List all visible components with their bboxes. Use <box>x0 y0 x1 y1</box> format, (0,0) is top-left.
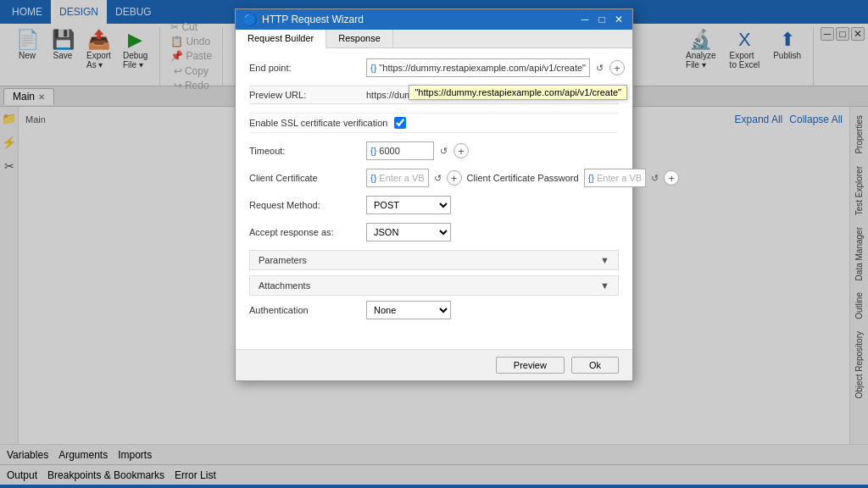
http-request-wizard-dialog: 🔵 HTTP Request Wizard ─ □ ✕ Request Buil… <box>235 8 633 381</box>
dialog-body: End point: {} "https://dummy.restapiexam… <box>236 48 632 349</box>
client-cert-label: Client Certificate <box>249 173 359 183</box>
preview-url-row: Preview URL: https://dummy.restapiexampl… <box>249 86 619 104</box>
dialog-footer: Preview Ok <box>236 349 632 380</box>
client-cert-password-icon: {} <box>588 173 594 183</box>
dialog-tabs: Request Builder Response <box>236 30 632 48</box>
client-cert-icon: {} <box>370 173 376 183</box>
endpoint-row: End point: {} "https://dummy.restapiexam… <box>249 58 619 77</box>
timeout-field: {} 6000 ↺ + <box>366 141 619 160</box>
timeout-row: Timeout: {} 6000 ↺ + <box>249 141 619 160</box>
request-method-select[interactable]: GET POST PUT DELETE PATCH <box>366 196 451 214</box>
attachments-section[interactable]: Attachments ▼ <box>249 275 619 296</box>
client-cert-password-field: {} Enter a VB ↺ + <box>584 169 680 187</box>
timeout-icon: {} <box>370 146 376 156</box>
client-cert-plus-button[interactable]: + <box>447 170 462 186</box>
timeout-refresh-button[interactable]: ↺ <box>437 145 450 158</box>
timeout-plus-button[interactable]: + <box>453 143 469 158</box>
preview-url-label: Preview URL: <box>249 90 359 100</box>
endpoint-label: End point: <box>249 63 359 73</box>
client-cert-password-input: {} Enter a VB <box>584 169 647 187</box>
client-cert-field: {} Enter a VB ↺ + <box>366 169 462 187</box>
authentication-select[interactable]: None Basic Bearer Token <box>366 301 451 319</box>
client-cert-row: Client Certificate {} Enter a VB ↺ + Cli… <box>249 169 619 187</box>
accept-response-select[interactable]: JSON XML Plain Text <box>366 223 451 241</box>
accept-response-label: Accept response as: <box>249 227 359 237</box>
dialog-title-text: HTTP Request Wizard <box>262 14 573 25</box>
dialog-tab-request-builder[interactable]: Request Builder <box>236 30 326 48</box>
parameters-arrow-icon: ▼ <box>600 255 609 265</box>
endpoint-value[interactable]: "https://dummy.restapiexample.com/api/v1… <box>379 63 586 73</box>
accept-response-row: Accept response as: JSON XML Plain Text <box>249 223 619 241</box>
timeout-value[interactable]: 6000 <box>379 146 430 156</box>
timeout-label: Timeout: <box>249 146 359 156</box>
client-cert-dual-field: {} Enter a VB ↺ + Client Certificate Pas… <box>366 169 619 187</box>
client-cert-refresh-button[interactable]: ↺ <box>431 172 444 185</box>
client-cert-password-plus-button[interactable]: + <box>664 170 679 186</box>
timeout-input-wrapper: {} 6000 <box>366 141 434 160</box>
authentication-row: Authentication None Basic Bearer Token <box>249 301 619 319</box>
client-cert-password-refresh-button[interactable]: ↺ <box>648 172 661 185</box>
endpoint-icon: {} <box>370 63 376 73</box>
ssl-checkbox[interactable] <box>394 117 406 129</box>
ssl-row: Enable SSL certificate verification <box>249 113 619 133</box>
modal-overlay: 🔵 HTTP Request Wizard ─ □ ✕ Request Buil… <box>0 0 868 488</box>
dialog-title-bar: 🔵 HTTP Request Wizard ─ □ ✕ <box>236 9 632 30</box>
endpoint-refresh-button[interactable]: ↺ <box>593 62 606 75</box>
endpoint-field: {} "https://dummy.restapiexample.com/api… <box>366 58 625 77</box>
endpoint-plus-button[interactable]: + <box>609 60 625 75</box>
dialog-minimize-button[interactable]: ─ <box>578 13 592 26</box>
attachments-label: Attachments <box>259 280 600 291</box>
dialog-restore-button[interactable]: □ <box>595 13 609 26</box>
dialog-title-icon: 🔵 <box>242 13 257 26</box>
request-method-row: Request Method: GET POST PUT DELETE PATC… <box>249 196 619 214</box>
parameters-label: Parameters <box>259 255 600 265</box>
client-cert-input: {} Enter a VB <box>366 169 429 187</box>
request-method-label: Request Method: <box>249 200 359 210</box>
ssl-label: Enable SSL certificate verification <box>249 118 387 128</box>
dialog-close-button[interactable]: ✕ <box>612 13 626 26</box>
endpoint-input-wrapper: {} "https://dummy.restapiexample.com/api… <box>366 58 590 77</box>
url-tooltip: "https://dummy.restapiexample.com/api/v1… <box>409 85 627 100</box>
dialog-tab-response[interactable]: Response <box>326 30 393 47</box>
parameters-section[interactable]: Parameters ▼ <box>249 250 619 270</box>
client-cert-placeholder[interactable]: Enter a VB <box>379 173 424 183</box>
dialog-title-controls: ─ □ ✕ <box>578 13 626 26</box>
authentication-label: Authentication <box>249 305 359 315</box>
preview-button[interactable]: Preview <box>496 357 565 374</box>
client-cert-password-label: Client Certificate Password <box>467 173 579 183</box>
ok-button[interactable]: Ok <box>571 357 619 374</box>
client-cert-password-placeholder[interactable]: Enter a VB <box>597 173 642 183</box>
attachments-arrow-icon: ▼ <box>600 280 609 291</box>
